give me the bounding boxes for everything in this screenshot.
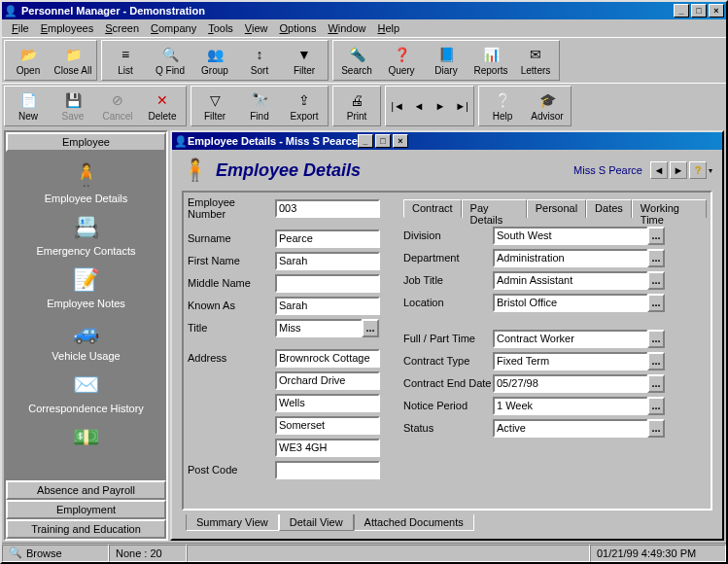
sort-icon: ↕ [257,46,263,63]
loc-input[interactable] [493,294,648,312]
nav-prev[interactable]: ◄ [408,88,430,124]
postcode-input[interactable] [275,461,380,479]
reports-button[interactable]: 📊Reports [468,42,513,79]
dropdown-arrow-icon[interactable]: ▾ [709,166,712,175]
letters-button[interactable]: ✉Letters [513,42,558,79]
tab-working[interactable]: Working Time [632,199,707,218]
notice-input[interactable] [493,397,648,415]
fp-input[interactable] [493,330,648,348]
detail-help[interactable]: ? [689,161,707,179]
tab-dates[interactable]: Dates [586,199,632,218]
cend-lookup[interactable]: ... [647,374,665,393]
detail-next[interactable]: ► [670,161,687,179]
nav-first[interactable]: |◄ [387,88,408,124]
notice-lookup[interactable]: ... [647,397,665,415]
ctype-lookup[interactable]: ... [647,352,665,370]
diary-button[interactable]: 📘Diary [424,42,468,79]
surname-input[interactable] [275,229,380,248]
advisor-button[interactable]: 🎓Advisor [525,88,570,124]
export-button[interactable]: ⇪Export [282,88,327,124]
print-button[interactable]: 🖨Print [334,88,379,124]
sidebar-btn-absence[interactable]: Absence and Payroll [6,480,166,500]
title-input[interactable] [275,319,363,337]
fp-lookup[interactable]: ... [647,330,665,348]
menubar: File Employees Screen Company Tools View… [2,19,726,37]
qfind-button[interactable]: 🔍Q Find [148,42,192,79]
closeall-button[interactable]: 📁Close All [51,42,95,79]
sidebar-item-vehicle[interactable]: 🚙Vehicle Usage [6,313,166,366]
status-input[interactable] [493,419,648,438]
open-button[interactable]: 📂Open [6,42,51,79]
close-button[interactable]: × [709,4,724,18]
find-button[interactable]: 🔭Find [237,88,282,124]
known-input[interactable] [275,297,380,315]
new-button[interactable]: 📄New [6,88,51,124]
nav-last[interactable]: ►| [451,88,472,124]
sidebar-btn-training[interactable]: Training and Education [6,519,166,539]
firstname-label: First Name [188,255,275,266]
sidebar-item-extra[interactable]: 💵 [6,418,166,457]
child-close[interactable]: × [393,134,408,148]
minimize-button[interactable]: _ [674,4,689,18]
tab-contract[interactable]: Contract [403,199,462,218]
dept-input[interactable] [493,249,648,267]
empno-input[interactable] [275,199,380,218]
menu-screen[interactable]: Screen [99,21,145,35]
known-label: Known As [188,300,275,311]
job-input[interactable] [493,271,648,290]
ctype-input[interactable] [493,352,648,370]
child-maximize[interactable]: □ [375,134,391,148]
filter2-button[interactable]: ▽Filter [192,88,237,124]
cend-input[interactable] [493,374,648,393]
tab-pay[interactable]: Pay Details [462,199,527,218]
group-button[interactable]: 👥Group [192,42,237,79]
loc-lookup[interactable]: ... [647,294,665,312]
sidebar-item-correspondence[interactable]: ✉️Correspondence History [6,366,166,418]
menu-window[interactable]: Window [322,21,371,35]
tab-personal[interactable]: Personal [527,199,586,218]
addr1-input[interactable] [275,349,380,368]
middle-input[interactable] [275,274,380,293]
child-minimize[interactable]: _ [358,134,373,148]
sidebar-item-details[interactable]: 🧍Employee Details [6,156,166,208]
query-button[interactable]: ❓Query [379,42,424,79]
menu-file[interactable]: File [6,21,35,35]
ctype-label: Contract Type [403,355,493,367]
browse-icon: 🔍 [9,546,22,559]
status-lookup[interactable]: ... [647,419,665,438]
search-button[interactable]: 🔦Search [334,42,379,79]
sidebar-item-emergency[interactable]: 📇Emergency Contacts [6,208,166,261]
person-icon: 🧍 [71,159,102,191]
division-lookup[interactable]: ... [647,227,665,245]
menu-options[interactable]: Options [273,21,322,35]
job-lookup[interactable]: ... [647,271,665,290]
btab-attached[interactable]: Attached Documents [354,514,474,531]
sidebar-btn-employment[interactable]: Employment [6,500,166,519]
list-button[interactable]: ≡List [103,42,148,79]
sidebar-item-notes[interactable]: 📝Employee Notes [6,261,166,313]
addr3-input[interactable] [275,394,380,412]
help-button[interactable]: ❔Help [480,88,525,124]
division-input[interactable] [493,227,648,245]
menu-employees[interactable]: Employees [35,21,99,35]
firstname-input[interactable] [275,252,380,270]
menu-company[interactable]: Company [145,21,202,35]
maximize-button[interactable]: □ [691,4,707,18]
menu-help[interactable]: Help [372,21,406,35]
addr5-input[interactable] [275,439,380,457]
nav-next[interactable]: ► [430,88,451,124]
btab-detail[interactable]: Detail View [279,514,354,531]
dept-lookup[interactable]: ... [647,249,665,267]
advisor-icon: 🎓 [539,91,556,109]
btab-summary[interactable]: Summary View [186,514,279,531]
filter-button[interactable]: ▼Filter [282,42,327,79]
delete-button[interactable]: ✕Delete [140,88,185,124]
addr4-input[interactable] [275,416,380,435]
detail-prev[interactable]: ◄ [650,161,668,179]
sidebar-header-employee[interactable]: Employee [6,132,166,152]
sort-button[interactable]: ↕Sort [237,42,282,79]
title-lookup[interactable]: ... [362,319,379,337]
addr2-input[interactable] [275,371,380,390]
menu-tools[interactable]: Tools [202,21,239,35]
menu-view[interactable]: View [239,21,274,35]
